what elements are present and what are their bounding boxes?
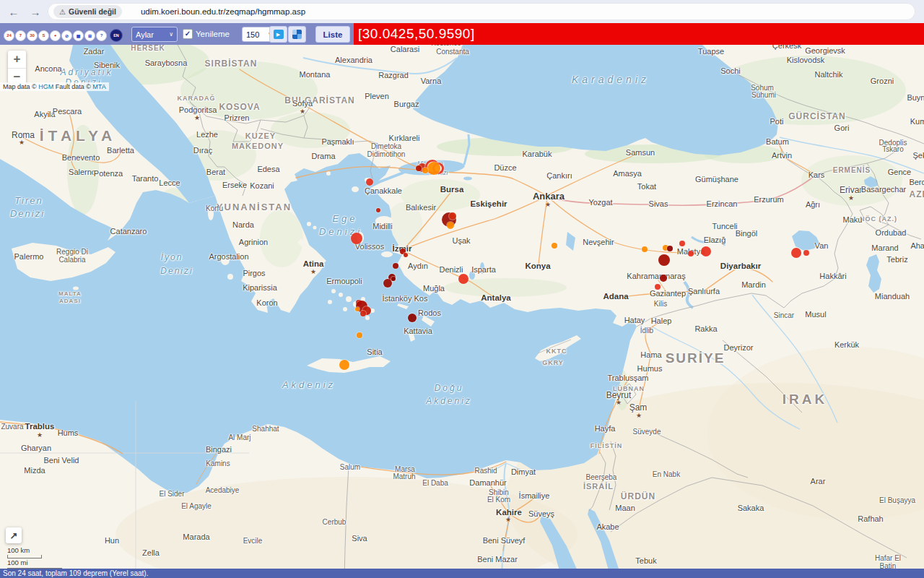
btn-s[interactable]: S xyxy=(38,30,49,41)
expand-icon: ↗ xyxy=(10,530,18,541)
coordinate-readout: [30.0425,50.9590] xyxy=(354,23,924,45)
security-chip[interactable]: ⚠ Güvenli değil xyxy=(53,5,122,18)
earthquake-marker[interactable] xyxy=(408,314,417,322)
scale-km-label: 100 km xyxy=(7,546,62,554)
attribution-text: Map data © xyxy=(3,83,38,90)
earthquake-marker[interactable] xyxy=(404,253,408,257)
scale-mi-label: 100 mi xyxy=(7,558,62,566)
app-toolbar: 24730S◕⊘▦⊞?EN Aylar ∨ ✓ Yenileme 150 ∨ ▶… xyxy=(0,23,924,45)
map-attribution: Map data © HGM Fault data © MTA xyxy=(0,82,109,91)
refresh-checkbox-label: Yenileme xyxy=(196,30,230,38)
ban-icon[interactable]: ⊘ xyxy=(61,30,72,41)
help-icon[interactable]: ? xyxy=(96,30,107,41)
earthquake-marker[interactable] xyxy=(679,241,685,246)
address-bar[interactable]: ⚠ Güvenli değil udim.koeri.boun.edu.tr/z… xyxy=(48,3,915,20)
earthquake-marker[interactable] xyxy=(667,246,673,251)
tiles-button[interactable] xyxy=(288,26,306,43)
move-icon-glyph: ⊞ xyxy=(88,33,92,38)
help-icon-glyph: ? xyxy=(100,33,103,38)
earthquake-marker[interactable] xyxy=(803,250,809,256)
attribution-text: Fault data © xyxy=(53,83,92,90)
quake-layer xyxy=(0,45,924,569)
earthquake-marker[interactable] xyxy=(391,277,396,281)
scale-bar: 100 km 100 mi xyxy=(7,546,62,569)
earthquake-marker[interactable] xyxy=(355,307,359,311)
btn-s-glyph: S xyxy=(42,33,45,38)
earthquake-marker[interactable] xyxy=(447,222,454,229)
play-button[interactable]: ▶ xyxy=(269,26,287,43)
map-container[interactable]: AdriyatikDeniziKaradenizTirenDeniziİyonD… xyxy=(0,45,924,569)
forward-icon[interactable]: → xyxy=(27,6,43,18)
earthquake-marker[interactable] xyxy=(701,246,711,256)
btn-7[interactable]: 7 xyxy=(15,30,26,41)
tiles-icon xyxy=(292,30,302,39)
zoom-control: + − xyxy=(8,51,26,86)
earthquake-marker[interactable] xyxy=(383,279,392,288)
table-icon[interactable]: ▦ xyxy=(73,30,84,41)
btn-24-glyph: 24 xyxy=(6,33,12,38)
mta-link[interactable]: MTA xyxy=(92,83,105,90)
liste-button[interactable]: Liste xyxy=(315,26,350,43)
btn-24[interactable]: 24 xyxy=(4,30,14,41)
move-icon[interactable]: ⊞ xyxy=(84,30,95,41)
earthquake-marker[interactable] xyxy=(351,233,362,244)
status-bar: Son 24 saat, toplam 109 deprem (Yerel sa… xyxy=(0,569,924,578)
earthquake-marker[interactable] xyxy=(660,275,667,282)
earthquake-marker[interactable] xyxy=(339,360,349,370)
earthquake-marker[interactable] xyxy=(449,212,456,220)
zoom-in-button[interactable]: + xyxy=(8,51,26,69)
hgm-link[interactable]: HGM xyxy=(38,83,53,90)
security-label: Güvenli değil xyxy=(69,7,116,16)
interval-select-value: 150 xyxy=(246,30,259,39)
earthquake-marker[interactable] xyxy=(360,311,366,316)
earthquake-marker[interactable] xyxy=(357,332,362,338)
earthquake-marker[interactable] xyxy=(642,246,648,252)
chevron-down-icon: ∨ xyxy=(169,31,173,38)
period-select-value: Aylar xyxy=(136,30,154,39)
lang-button-en-glyph: EN xyxy=(113,33,119,38)
earthquake-marker[interactable] xyxy=(427,162,440,175)
earthquake-marker[interactable] xyxy=(416,165,422,171)
earthquake-marker[interactable] xyxy=(376,208,380,212)
browser-chrome: ← → ↻ ⚠ Güvenli değil udim.koeri.boun.ed… xyxy=(0,0,924,23)
lang-button-en[interactable]: EN xyxy=(110,29,123,42)
earthquake-marker[interactable] xyxy=(393,263,398,269)
earthquake-marker[interactable] xyxy=(366,178,373,186)
btn-7-glyph: 7 xyxy=(19,33,22,38)
btn-30-glyph: 30 xyxy=(30,33,35,38)
pie-icon[interactable]: ◕ xyxy=(50,30,61,41)
warning-icon: ⚠ xyxy=(59,8,66,16)
back-icon[interactable]: ← xyxy=(6,6,22,18)
url-text[interactable]: udim.koeri.boun.edu.tr/zeqmap/hgmmap.asp xyxy=(141,7,305,16)
earthquake-marker[interactable] xyxy=(458,274,468,284)
earthquake-marker[interactable] xyxy=(658,254,670,266)
earthquake-marker[interactable] xyxy=(552,243,557,249)
earthquake-marker[interactable] xyxy=(791,248,801,258)
pie-icon-glyph: ◕ xyxy=(54,33,57,38)
table-icon-glyph: ▦ xyxy=(77,33,81,38)
refresh-checkbox[interactable]: ✓ xyxy=(183,29,193,39)
earthquake-marker[interactable] xyxy=(422,168,428,173)
earthquake-marker[interactable] xyxy=(655,284,661,290)
play-icon: ▶ xyxy=(276,32,280,38)
earthquake-marker[interactable] xyxy=(688,251,694,256)
fullscreen-button[interactable]: ↗ xyxy=(6,527,22,543)
toolbar-circle-buttons: 24730S◕⊘▦⊞?EN xyxy=(4,29,123,42)
btn-30[interactable]: 30 xyxy=(27,30,38,41)
ban-icon-glyph: ⊘ xyxy=(65,33,69,38)
period-select[interactable]: Aylar ∨ xyxy=(131,27,178,42)
